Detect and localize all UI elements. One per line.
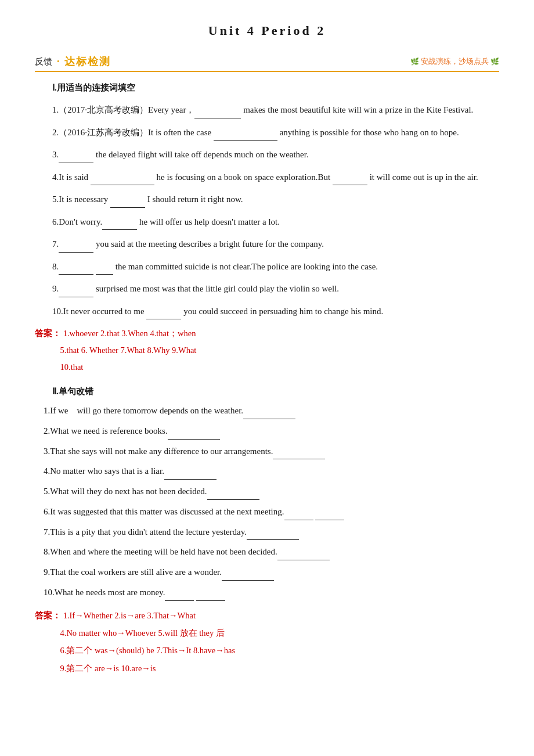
part1-title: Ⅰ.用适当的连接词填空 — [35, 82, 499, 93]
list-item: 5.It is necessary I should return it rig… — [35, 191, 499, 208]
fanku-badge: 反馈 — [35, 56, 52, 67]
page-title: Unit 4 Period 2 — [35, 23, 499, 38]
list-item: 9.That the coal workers are still alive … — [35, 564, 499, 581]
list-item: 7. you said at the meeting describes a b… — [35, 236, 499, 253]
correction-blank-10a — [165, 600, 194, 601]
blank-4b — [333, 185, 367, 185]
part2-items: 1.If we will go there tomorrow depends o… — [35, 403, 499, 601]
list-item: 10.It never occurred to me you could suc… — [35, 303, 499, 320]
blank-8a — [59, 274, 93, 275]
part1-items: 1.（2017·北京高考改编）Every year， makes the mos… — [35, 102, 499, 319]
list-item: 10.What he needs most are money. — [35, 585, 499, 601]
list-item: 8.When and where the meeting will be hel… — [35, 544, 499, 560]
blank-9 — [59, 297, 93, 297]
correction-blank-10b — [196, 600, 225, 601]
answer-label-1: 答案： — [35, 329, 61, 338]
correction-blank-7 — [247, 539, 299, 540]
dot: · — [57, 56, 60, 68]
answers2-line2: 4.No matter who→Whoever 5.will 放在 they 后 — [60, 628, 225, 638]
correction-blank-4 — [164, 479, 217, 480]
correction-blank-2 — [168, 439, 220, 440]
right-text: 安战演练，沙场点兵 — [421, 57, 489, 66]
part2-answers: 答案： 1.If→Whether 2.is→are 3.That→What 4.… — [35, 607, 499, 678]
answers-line1: 1.whoever 2.that 3.When 4.that；when — [63, 329, 196, 338]
list-item: 2.What we need is reference books. — [35, 423, 499, 440]
list-item: 9. surprised me most was that the little… — [35, 280, 499, 297]
answers-line2: 5.that 6. Whether 7.What 8.Why 9.What — [60, 345, 197, 355]
list-item: 1.If we will go there tomorrow depends o… — [35, 403, 499, 419]
blank-6 — [102, 229, 137, 230]
section-header-right: 🌿 安战演练，沙场点兵 🌿 — [410, 56, 500, 67]
blank-1 — [194, 118, 241, 118]
list-item: 6.It was suggested that this matter was … — [35, 504, 499, 520]
section-header: 反馈 · 达标检测 🌿 安战演练，沙场点兵 🌿 — [35, 55, 499, 72]
blank-8b — [96, 274, 113, 275]
correction-blank-8 — [277, 560, 330, 560]
list-item: 8. the man committed suicide is not clea… — [35, 258, 499, 275]
list-item: 6.Don't worry. he will offer us help doe… — [35, 214, 499, 231]
answer-label-2: 答案： — [35, 611, 61, 620]
correction-blank-9 — [222, 580, 274, 581]
list-item: 2.（2016·江苏高考改编）It is often the case anyt… — [35, 124, 499, 141]
answers2-line3: 6.第二个 was→(should) be 7.This→It 8.have→h… — [60, 646, 236, 655]
correction-blank-6a — [284, 520, 313, 520]
blank-4a — [91, 185, 154, 185]
list-item: 3.That she says will not make any differ… — [35, 444, 499, 460]
blank-10 — [146, 319, 181, 319]
correction-blank-5 — [207, 499, 259, 500]
blank-7 — [59, 252, 93, 253]
list-item: 4.It is said he is focusing on a book on… — [35, 169, 499, 186]
answers-line3: 10.that — [60, 362, 84, 372]
correction-blank-3 — [273, 459, 325, 459]
answers2-line4: 9.第二个 are→is 10.are→is — [60, 664, 156, 673]
list-item: 4.No matter who says that is a liar. — [35, 463, 499, 480]
blank-5 — [110, 207, 145, 208]
part1-answers: 答案： 1.whoever 2.that 3.When 4.that；when … — [35, 325, 499, 376]
right-icon-left: 🌿 — [410, 57, 419, 66]
part2-title: Ⅱ.单句改错 — [35, 386, 499, 397]
list-item: 1.（2017·北京高考改编）Every year， makes the mos… — [35, 102, 499, 118]
blank-2 — [214, 140, 277, 141]
correction-blank-6b — [315, 520, 344, 520]
list-item: 3. the delayed flight will take off depe… — [35, 146, 499, 163]
section-header-left: 反馈 · 达标检测 — [35, 55, 111, 69]
right-icon-right: 🌿 — [490, 57, 499, 66]
blank-3 — [59, 163, 93, 163]
list-item: 5.What will they do next has not been de… — [35, 484, 499, 500]
answers2-line1: 1.If→Whether 2.is→are 3.That→What — [63, 611, 196, 620]
correction-blank-1 — [243, 419, 295, 419]
dabiaojiece-label: 达标检测 — [64, 55, 111, 69]
list-item: 7.This is a pity that you didn't attend … — [35, 524, 499, 541]
